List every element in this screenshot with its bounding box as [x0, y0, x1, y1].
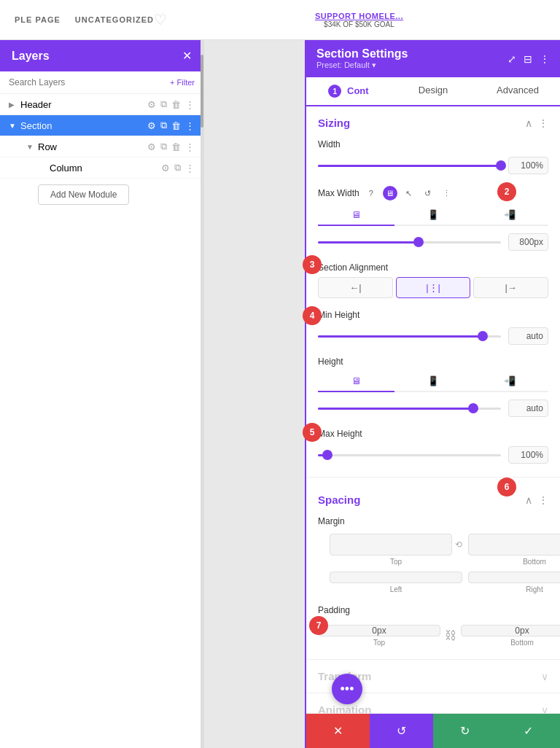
columns-icon[interactable]: ⊟ [524, 53, 532, 65]
options-icon[interactable]: ⋮ [440, 186, 454, 200]
resize-icon[interactable]: ⤢ [508, 53, 516, 65]
max-height-value-input[interactable] [508, 446, 548, 464]
spacing-more-icon[interactable]: ⋮ [538, 494, 548, 506]
padding-bottom-input[interactable] [461, 625, 560, 636]
trash-icon[interactable]: 🗑 [171, 141, 181, 152]
max-width-slider-thumb[interactable] [413, 237, 424, 247]
margin-top-input[interactable] [330, 534, 452, 556]
layer-name-column: Column [50, 163, 161, 174]
more-icon[interactable]: ⋮ [185, 141, 195, 152]
duplicate-icon[interactable]: ⧉ [160, 98, 167, 110]
device-tab-desktop[interactable]: 🖥 [318, 205, 394, 226]
cursor-icon[interactable]: ↖ [402, 186, 416, 200]
sizing-more-icon[interactable]: ⋮ [538, 117, 548, 129]
width-slider-thumb[interactable] [496, 160, 506, 171]
floating-menu-button[interactable]: ••• [332, 674, 362, 704]
more-icon[interactable]: ⋮ [185, 120, 195, 131]
duplicate-icon[interactable]: ⧉ [160, 141, 167, 152]
padding-field: Padding 7 Top ⛓ Bottom [306, 601, 560, 659]
tab-content[interactable]: 1 Cont [306, 77, 391, 105]
tab-advanced-label: Advanced [497, 85, 539, 96]
canvas-area[interactable]: ••• [204, 40, 305, 748]
height-device-tablet[interactable]: 📱 [394, 371, 471, 392]
align-right-button[interactable]: |→ [473, 277, 548, 298]
collapse-sizing-icon[interactable]: ∧ [525, 117, 532, 129]
trash-icon[interactable]: 🗑 [171, 99, 181, 110]
tab-design[interactable]: Design [391, 77, 475, 105]
layer-item-column[interactable]: ▶ Column ⚙ ⧉ ⋮ [0, 157, 203, 179]
support-text[interactable]: SUPPORT HOMELE... [315, 12, 403, 20]
desktop-active-icon[interactable]: 🖥 [383, 186, 397, 200]
min-height-value-input[interactable] [508, 327, 548, 345]
align-center-button[interactable]: |⋮| [396, 277, 471, 298]
reset-button[interactable]: ↺ [370, 714, 433, 748]
margin-bottom-input-row: ⟲ [468, 534, 560, 556]
save-button[interactable]: ✓ [497, 714, 560, 748]
filter-button[interactable]: + Filter [170, 78, 195, 87]
scrollbar[interactable] [201, 40, 203, 748]
margin-bottom-input[interactable] [468, 534, 560, 556]
more-icon[interactable]: ⋮ [185, 163, 195, 174]
settings-panel: Section Settings Preset: Default ▾ ⤢ ⊟ ⋮… [305, 40, 560, 748]
max-width-value-input[interactable] [508, 233, 548, 251]
top-bar-center: SUPPORT HOMELE... $34K OF $50K GOAL [173, 12, 545, 28]
settings-tabs: 1 Cont Design Advanced [306, 77, 560, 106]
height-device-mobile[interactable]: 📲 [472, 371, 548, 392]
width-value-input[interactable] [508, 157, 548, 174]
max-height-slider-track[interactable] [318, 454, 501, 456]
margin-right-input[interactable] [468, 572, 560, 583]
cancel-button[interactable]: ✕ [306, 714, 370, 748]
alignment-row: 4 ←| |⋮| |→ [318, 277, 548, 298]
device-tab-mobile[interactable]: 📲 [472, 205, 548, 226]
more-options-icon[interactable]: ⋮ [540, 53, 550, 65]
max-width-slider-track[interactable] [318, 241, 501, 244]
expand-animation-icon[interactable]: ∨ [541, 704, 548, 714]
width-slider-track[interactable] [318, 165, 501, 167]
trash-icon[interactable]: 🗑 [171, 120, 181, 131]
margin-grid: ⟲ Top ⟲ Bottom [318, 531, 548, 596]
more-icon[interactable]: ⋮ [185, 99, 195, 110]
collapse-spacing-icon[interactable]: ∧ [525, 494, 532, 506]
device-tab-tablet[interactable]: 📱 [394, 205, 471, 226]
margin-left-input[interactable] [330, 572, 462, 583]
padding-label: Padding [318, 605, 548, 615]
margin-label: Margin [318, 516, 548, 526]
max-height-slider-thumb[interactable] [322, 450, 332, 460]
link-top-icon[interactable]: ⟲ [455, 539, 462, 550]
align-left-button[interactable]: ←| [318, 277, 393, 298]
settings-preset[interactable]: Preset: Default ▾ [316, 61, 408, 70]
tab-content-label: Cont [347, 85, 369, 96]
duplicate-icon[interactable]: ⧉ [160, 120, 167, 131]
height-label: Height [318, 357, 548, 367]
width-label: Width [318, 139, 548, 149]
link-padding-icon[interactable]: ⛓ [445, 629, 456, 642]
help-icon[interactable]: ? [364, 186, 378, 200]
max-width-device-tabs: 🖥 📱 📲 [318, 205, 548, 226]
expand-transform-icon[interactable]: ∨ [541, 671, 548, 682]
height-slider-thumb[interactable] [468, 403, 478, 413]
padding-top-input[interactable] [318, 625, 440, 636]
settings-icon[interactable]: ⚙ [147, 99, 156, 110]
layer-item-row[interactable]: ▼ Row ⚙ ⧉ 🗑 ⋮ [0, 136, 203, 157]
duplicate-icon[interactable]: ⧉ [174, 162, 181, 174]
max-height-field: Max Height 6 [306, 424, 560, 471]
layers-search-input[interactable] [9, 77, 164, 87]
margin-top-field: ⟲ Top [330, 534, 462, 566]
redo-button[interactable]: ↻ [433, 714, 497, 748]
layers-close-icon[interactable]: ✕ [182, 49, 192, 63]
height-slider-track[interactable] [318, 408, 501, 410]
reset-icon[interactable]: ↺ [421, 186, 435, 200]
layer-item-header[interactable]: ▶ Header ⚙ ⧉ 🗑 ⋮ [0, 94, 203, 115]
tab-advanced[interactable]: Advanced [475, 77, 560, 105]
height-value-input[interactable] [508, 400, 548, 417]
min-height-slider-thumb[interactable] [478, 331, 488, 341]
height-device-desktop[interactable]: 🖥 [318, 371, 394, 392]
spacing-title: Spacing [318, 494, 360, 506]
settings-icon[interactable]: ⚙ [147, 120, 156, 131]
settings-icon[interactable]: ⚙ [161, 163, 170, 174]
settings-icon[interactable]: ⚙ [147, 141, 156, 152]
layer-item-section[interactable]: ▼ Section ⚙ ⧉ 🗑 ⋮ [0, 115, 203, 136]
margin-left-label: Left [330, 585, 462, 593]
min-height-slider-track[interactable] [318, 335, 501, 338]
add-new-module-button[interactable]: Add New Module [38, 184, 129, 205]
